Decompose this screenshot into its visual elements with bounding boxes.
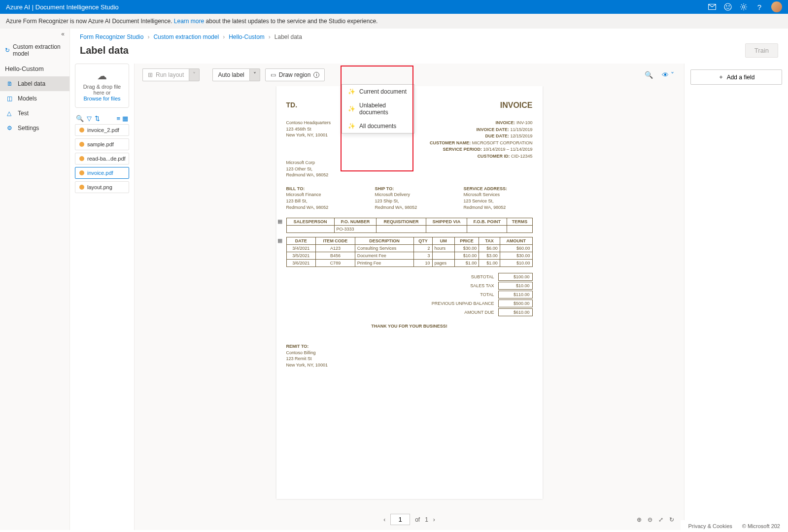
sort-icon[interactable]: ⇅ [95,115,100,122]
chevron-down-icon: ˅ [253,71,256,78]
page-title: Label data [80,45,129,56]
table-icon[interactable]: ▦ [277,218,282,225]
chevron-down-icon: ˅ [193,71,196,78]
fit-icon[interactable]: ⤢ [658,516,663,523]
file-item[interactable]: invoice_2.pdf [75,124,129,136]
layout-icon: ⊞ [148,71,153,78]
nav-item-settings[interactable]: ⚙Settings [0,121,69,135]
breadcrumb-current: Label data [274,33,302,40]
status-dot [79,156,84,161]
svg-point-4 [743,6,745,8]
help-icon[interactable]: ? [755,3,763,11]
page-total-prefix: of [415,516,420,523]
svg-point-1 [724,3,731,10]
dropdown-item-unlabeled[interactable]: ✨ Unlabeled documents [342,99,414,119]
table-icon[interactable]: ▦ [277,237,282,244]
brand-label: Azure AI | Document Intelligence Studio [6,3,119,11]
status-dot [79,128,84,133]
project-name: Hello-Custom [0,61,69,76]
prev-page-button[interactable]: ‹ [383,516,385,523]
status-dot [79,185,84,190]
run-layout-chevron[interactable]: ˅ [189,68,200,81]
page-input[interactable] [390,514,410,525]
doc-ltd: TD. [286,101,298,109]
info-banner: Azure Form Recognizer is now Azure AI Do… [0,14,788,29]
chevron-right-icon: › [223,33,225,40]
banner-text-after: about the latest updates to the service … [206,18,378,25]
file-item[interactable]: invoice.pdf [75,167,129,179]
banner-learn-more-link[interactable]: Learn more [174,18,204,25]
dropzone[interactable]: ☁ Drag & drop file here or Browse for fi… [75,64,129,108]
dropzone-line2: here or [78,90,126,96]
add-field-button[interactable]: ＋ Add a field [690,69,782,85]
wand-icon: ✨ [348,88,355,95]
left-panel: « ↻ Custom extraction model Hello-Custom… [0,29,70,530]
nav-item-test[interactable]: △Test [0,106,69,121]
dropzone-line1: Drag & drop file [78,84,126,90]
doc-thanks: THANK YOU FOR YOUR BUSINESS! [286,324,533,329]
file-item[interactable]: sample.pdf [75,138,129,150]
banner-text-before: Azure Form Recognizer is now Azure AI Do… [6,18,174,25]
footer: Privacy & Cookies © Microsoft 202 [681,520,788,530]
file-tools: 🔍 ▽ ⇅ ≡ ▦ [75,113,129,124]
avatar[interactable] [771,1,782,12]
run-layout-button[interactable]: ⊞ Run layout [142,68,189,81]
dropdown-item-all[interactable]: ✨ All documents [342,119,414,133]
browse-files-link[interactable]: Browse for files [83,96,120,101]
top-bar: Azure AI | Document Intelligence Studio … [0,0,788,14]
wand-icon: ✨ [348,105,355,112]
draw-region-button[interactable]: ▭ Draw region i [265,68,325,81]
region-icon: ▭ [271,71,276,78]
rotate-icon[interactable]: ↻ [669,516,674,523]
breadcrumb-item[interactable]: Custom extraction model [153,33,219,40]
page-total: 1 [425,516,428,523]
chevron-right-icon: › [147,33,149,40]
train-button[interactable]: Train [745,43,778,58]
nav-icon: ⚙ [7,125,14,132]
cloud-upload-icon: ☁ [78,70,126,82]
svg-point-3 [729,5,729,6]
file-item[interactable]: layout.png [75,181,129,193]
grid-view-icon[interactable]: ▦ [122,115,128,122]
collapse-panel-button[interactable]: « [0,29,69,39]
search-icon[interactable]: 🔍 [643,69,655,81]
dropdown-item-current[interactable]: ✨ Current document [342,85,414,99]
breadcrumb: Form Recognizer Studio › Custom extracti… [70,29,788,43]
chevron-right-icon: › [269,33,271,40]
svg-point-2 [726,5,727,6]
gear-icon[interactable] [740,3,748,11]
model-type-label: Custom extraction model [13,43,65,57]
auto-label-dropdown: ✨ Current document ✨ Unlabeled documents… [342,84,414,133]
status-dot [79,142,84,147]
plus-icon: ＋ [718,73,724,81]
file-item[interactable]: read-ba...de.pdf [75,153,129,165]
filter-icon[interactable]: ▽ [87,115,92,122]
refresh-icon: ↻ [5,47,10,54]
zoom-out-icon[interactable]: ⊖ [648,516,652,523]
breadcrumb-item[interactable]: Hello-Custom [229,33,265,40]
breadcrumb-item[interactable]: Form Recognizer Studio [80,33,143,40]
nav-icon: 🗎 [7,80,14,87]
nav-icon: △ [7,110,14,117]
nav-item-models[interactable]: ◫Models [0,91,69,106]
nav-item-label-data[interactable]: 🗎Label data [0,76,69,91]
status-dot [79,170,84,175]
smile-icon[interactable] [724,3,732,11]
wand-icon: ✨ [348,123,355,130]
auto-label-chevron[interactable]: ˅ [249,68,260,81]
list-view-icon[interactable]: ≡ [116,115,120,122]
zoom-in-icon[interactable]: ⊕ [637,516,642,523]
privacy-link[interactable]: Privacy & Cookies [688,523,732,529]
copyright: © Microsoft 202 [742,523,780,529]
search-icon[interactable]: 🔍 [76,115,84,122]
document-preview: TD. INVOICE Contoso Headquarters123 456t… [276,86,543,499]
nav-icon: ◫ [7,95,14,102]
doc-invoice-title: INVOICE [500,101,533,110]
auto-label-button[interactable]: Auto label [212,68,249,81]
next-page-button[interactable]: › [433,516,435,523]
visibility-icon[interactable]: 👁 ˅ [660,69,676,81]
info-icon: i [313,72,319,78]
mail-icon[interactable] [708,3,716,11]
